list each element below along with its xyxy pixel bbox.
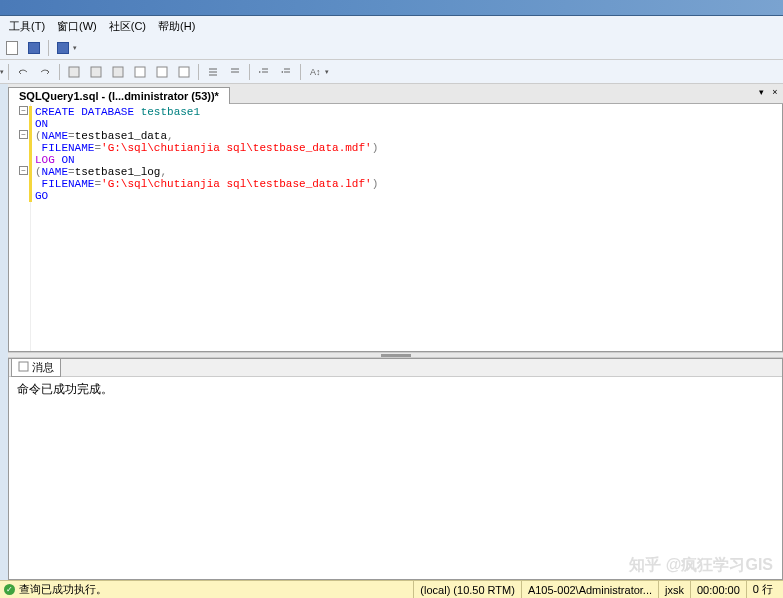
messages-tab-label: 消息	[32, 360, 54, 375]
comment-button[interactable]	[203, 63, 223, 81]
results-to-file-button[interactable]	[174, 63, 194, 81]
results-to-grid-button[interactable]	[152, 63, 172, 81]
code-line[interactable]: FILENAME='G:\sql\chutianjia sql\testbase…	[35, 142, 782, 154]
display-plan-button[interactable]	[64, 63, 84, 81]
window-titlebar	[0, 0, 783, 16]
status-server: (local) (10.50 RTM)	[413, 581, 521, 599]
toolbar-sql: ▾ A↕ ▾	[0, 60, 783, 84]
toolbar-main: ▾	[0, 36, 783, 60]
code-line[interactable]: LOG ON	[35, 154, 782, 166]
code-line[interactable]: (NAME=tsetbase1_log,	[35, 166, 782, 178]
dropdown-icon[interactable]: ▾	[0, 68, 4, 76]
status-database: jxsk	[658, 581, 690, 599]
save-all-button[interactable]	[53, 39, 73, 57]
messages-tab[interactable]: 消息	[11, 358, 61, 377]
results-tabbar: 消息	[9, 359, 782, 377]
statusbar: ✓ 查询已成功执行。 (local) (10.50 RTM) A105-002\…	[0, 580, 783, 598]
svg-rect-3	[135, 67, 145, 77]
result-message: 命令已成功完成。	[17, 382, 113, 396]
client-stats-button[interactable]	[108, 63, 128, 81]
include-plan-button[interactable]	[86, 63, 106, 81]
svg-rect-5	[179, 67, 189, 77]
status-exec-text: 查询已成功执行。	[19, 582, 107, 597]
left-gutter	[0, 84, 8, 580]
uncomment-button[interactable]	[225, 63, 245, 81]
svg-rect-2	[113, 67, 123, 77]
menu-tools[interactable]: 工具(T)	[3, 17, 51, 36]
status-left: ✓ 查询已成功执行。	[4, 582, 107, 597]
code-line[interactable]: ON	[35, 118, 782, 130]
code-line[interactable]: (NAME=testbase1_data,	[35, 130, 782, 142]
status-time: 00:00:00	[690, 581, 746, 599]
document-tab[interactable]: SQLQuery1.sql - (l...dministrator (53))*	[8, 87, 230, 104]
svg-rect-1	[91, 67, 101, 77]
menu-community[interactable]: 社区(C)	[103, 17, 152, 36]
menu-help[interactable]: 帮助(H)	[152, 17, 201, 36]
svg-rect-16	[19, 362, 28, 371]
status-user: A105-002\Administrator...	[521, 581, 658, 599]
toolbar-separator	[59, 64, 60, 80]
dropdown-arrow-icon[interactable]: ▾	[73, 44, 77, 52]
redo-button[interactable]	[35, 63, 55, 81]
svg-rect-0	[69, 67, 79, 77]
results-panel: 消息 命令已成功完成。	[8, 358, 783, 580]
splitter-grip-icon	[381, 354, 411, 357]
save-button[interactable]	[24, 39, 44, 57]
document-tabbar: SQLQuery1.sql - (l...dministrator (53))*…	[8, 84, 783, 104]
status-right: (local) (10.50 RTM) A105-002\Administrat…	[413, 581, 779, 599]
tab-dropdown-icon[interactable]: ▾	[755, 86, 767, 98]
svg-text:A↕: A↕	[310, 67, 321, 77]
menu-window[interactable]: 窗口(W)	[51, 17, 103, 36]
code-line[interactable]: GO	[35, 190, 782, 202]
svg-rect-4	[157, 67, 167, 77]
menubar: 工具(T) 窗口(W) 社区(C) 帮助(H)	[0, 16, 783, 36]
status-rows: 0 行	[746, 581, 779, 599]
tab-close-icon[interactable]: ×	[769, 86, 781, 98]
new-file-button[interactable]	[2, 39, 22, 57]
success-check-icon: ✓	[4, 584, 15, 595]
results-to-text-button[interactable]	[130, 63, 150, 81]
specify-template-button[interactable]: A↕	[305, 63, 325, 81]
undo-button[interactable]	[13, 63, 33, 81]
dropdown-icon[interactable]: ▾	[325, 68, 329, 76]
toolbar-separator	[249, 64, 250, 80]
toolbar-separator	[8, 64, 9, 80]
results-body[interactable]: 命令已成功完成。	[9, 377, 782, 579]
toolbar-separator	[48, 40, 49, 56]
main-area: SQLQuery1.sql - (l...dministrator (53))*…	[0, 84, 783, 580]
sql-editor[interactable]: − − − CREATE DATABASE testbase1 ON (NAME…	[8, 104, 783, 352]
toolbar-separator	[300, 64, 301, 80]
toolbar-separator	[198, 64, 199, 80]
code-line[interactable]: FILENAME='G:\sql\chutianjia sql\testbase…	[35, 178, 782, 190]
message-icon	[18, 361, 29, 374]
outdent-button[interactable]	[276, 63, 296, 81]
indent-button[interactable]	[254, 63, 274, 81]
tab-controls: ▾ ×	[755, 86, 781, 98]
code-content[interactable]: CREATE DATABASE testbase1 ON (NAME=testb…	[9, 104, 782, 204]
code-line[interactable]: CREATE DATABASE testbase1	[35, 106, 782, 118]
content-area: SQLQuery1.sql - (l...dministrator (53))*…	[8, 84, 783, 580]
